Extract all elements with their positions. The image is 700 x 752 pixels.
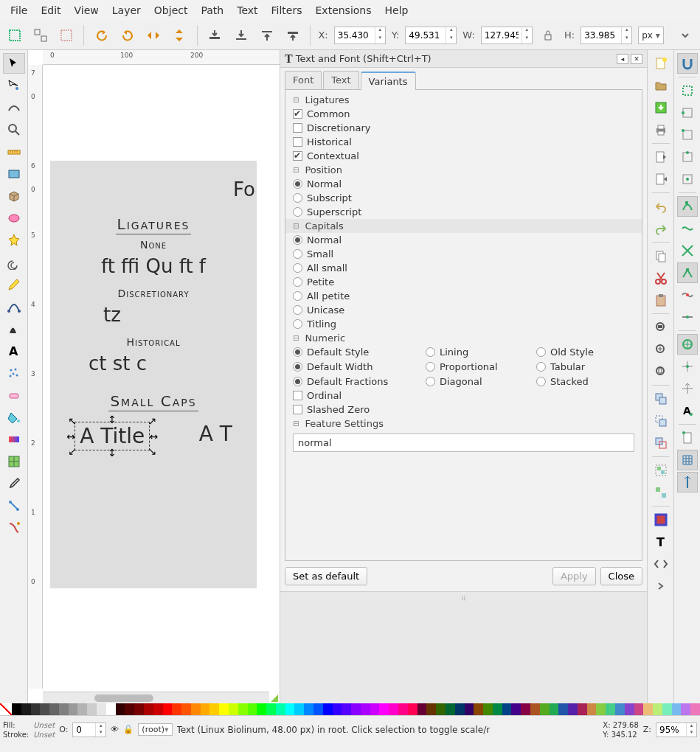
tool-gradient[interactable] [3,429,25,450]
snap-line-mid-icon[interactable] [677,307,698,327]
snap-guide-icon[interactable] [677,472,698,492]
opt-cap-allpetite[interactable]: All petite [285,289,642,303]
menu-filters[interactable]: Filters [266,1,308,19]
tool-pencil[interactable] [3,274,25,295]
raise-top-icon[interactable] [283,25,302,46]
lower-bottom-icon[interactable] [205,25,225,46]
tool-ellipse[interactable] [3,208,25,229]
color-swatch[interactable] [163,703,173,715]
color-swatch[interactable] [417,703,427,715]
opt-default-style[interactable]: Default Style [293,347,426,358]
opt-common[interactable]: Common [285,107,642,121]
unlink-clone-icon[interactable] [651,433,671,453]
color-swatch[interactable] [643,703,653,715]
tool-eraser[interactable] [3,385,25,405]
color-swatch[interactable] [31,703,41,715]
color-swatch[interactable] [342,703,351,715]
units-dropdown[interactable]: px [638,27,664,44]
overflow-chevron-icon[interactable] [676,25,696,46]
tool-text[interactable]: A [3,341,25,361]
snap-page-icon[interactable] [677,428,698,448]
flip-h-icon[interactable] [144,25,164,46]
section-numeric[interactable]: Numeric [285,331,642,345]
cut-icon[interactable] [651,268,671,288]
menu-path[interactable]: Path [195,1,229,19]
snap-other-icon[interactable] [677,334,698,355]
color-swatch[interactable] [181,703,191,715]
opt-cap-petite[interactable]: Petite [285,275,642,289]
opt-oldstyle[interactable]: Old Style [536,347,640,358]
import-icon[interactable] [651,147,671,167]
color-swatch[interactable] [351,703,361,715]
export-icon[interactable] [651,169,671,189]
snap-bbox-icon[interactable] [677,80,698,101]
color-swatch[interactable] [558,703,568,715]
menu-help[interactable]: Help [379,1,415,19]
opt-ordinal[interactable]: Ordinal [285,389,642,403]
text-dialog-icon[interactable]: T [651,532,671,552]
color-swatch[interactable] [587,703,597,715]
zoom-page-icon[interactable] [651,361,671,382]
tool-spray[interactable] [3,363,25,383]
undo-icon[interactable] [651,196,671,217]
more-chevron-icon[interactable] [651,576,671,596]
layer-visible-icon[interactable]: 👁 [111,725,119,734]
color-swatch[interactable] [625,703,634,715]
color-swatch[interactable] [219,703,229,715]
color-swatch[interactable] [144,703,153,715]
opt-default-fractions[interactable]: Default Fractions [293,376,426,387]
tab-font[interactable]: Font [285,71,322,89]
color-swatch[interactable] [578,703,587,715]
opt-pos-normal[interactable]: Normal [285,177,642,191]
color-swatch[interactable] [116,703,125,715]
opt-cap-allsmall[interactable]: All small [285,261,642,275]
opt-contextual[interactable]: Contextual [285,149,642,163]
new-doc-icon[interactable] [651,53,671,74]
canvas-heading-ligatures[interactable]: Ligatures [116,215,192,234]
color-swatch[interactable] [125,703,134,715]
color-swatch[interactable] [615,703,625,715]
y-input[interactable]: ▴▾ [405,27,457,44]
color-swatch[interactable] [426,703,436,715]
menu-edit[interactable]: Edit [35,1,66,19]
color-swatch[interactable] [276,703,285,715]
opt-pos-subscript[interactable]: Subscript [285,191,642,205]
canvas[interactable]: Fo Ligatures None ft ffi Qu ft f Discret… [43,65,280,689]
tool-rect[interactable] [3,164,25,184]
color-swatch[interactable] [540,703,550,715]
snap-smooth-icon[interactable] [677,285,698,305]
color-swatch[interactable] [493,703,502,715]
color-swatch[interactable] [446,703,455,715]
color-swatch[interactable] [229,703,238,715]
color-swatch[interactable] [521,703,530,715]
color-swatch[interactable] [408,703,417,715]
rotate-cw-icon[interactable] [118,25,138,46]
menu-file[interactable]: File [4,1,33,19]
canvas-text-right[interactable]: A T [199,422,232,450]
xml-icon[interactable] [651,554,671,574]
tool-3dbox[interactable] [3,186,25,206]
color-swatch[interactable] [483,703,493,715]
clone-icon[interactable] [651,411,671,431]
open-icon[interactable] [651,75,671,96]
tool-spiral[interactable] [3,252,25,273]
fill-stroke-icon[interactable] [651,509,671,530]
opt-historical[interactable]: Historical [285,135,642,149]
color-swatch[interactable] [606,703,615,715]
dialog-close-icon[interactable]: ✕ [631,54,642,64]
zoom-draw-icon[interactable] [651,339,671,360]
print-icon[interactable] [651,119,671,140]
color-swatch[interactable] [77,703,87,715]
menu-view[interactable]: View [69,1,105,19]
dialog-min-icon[interactable]: ◂ [617,54,628,64]
color-swatch[interactable] [134,703,144,715]
ungroup-icon[interactable] [651,482,671,503]
color-swatch[interactable] [455,703,465,715]
apply-button[interactable]: Apply [552,567,596,585]
tool-mesh[interactable] [3,451,25,472]
color-swatch[interactable] [209,703,219,715]
color-swatch[interactable] [398,703,408,715]
set-default-button[interactable]: Set as default [285,567,367,585]
opacity-input[interactable]: ▴▾ [72,723,106,737]
close-button[interactable]: Close [600,567,642,585]
